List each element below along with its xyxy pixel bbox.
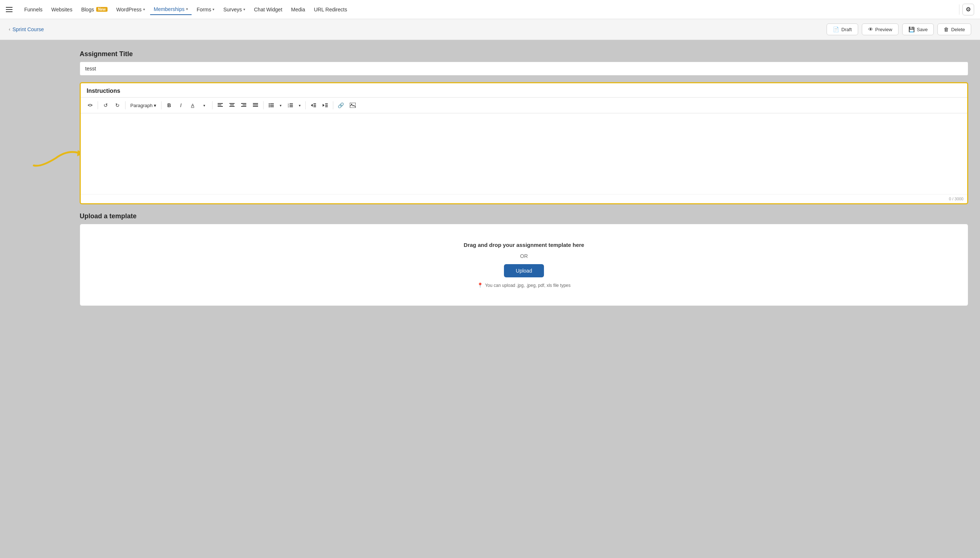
bold-button[interactable]: B (164, 100, 175, 111)
svg-rect-1 (218, 103, 223, 104)
left-sidebar (0, 40, 68, 558)
page-wrapper: Assignment Title Instructions <> ↺ (0, 40, 980, 558)
upload-button[interactable]: Upload (504, 264, 544, 277)
top-navigation: Funnels Websites Blogs New WordPress ▾ M… (0, 0, 980, 19)
nav-item-websites[interactable]: Websites (48, 4, 76, 15)
instructions-label: Instructions (81, 83, 967, 97)
nav-item-url-redirects[interactable]: URL Redirects (310, 4, 351, 15)
surveys-chevron: ▾ (243, 7, 245, 11)
svg-rect-10 (253, 103, 258, 104)
svg-rect-16 (270, 105, 274, 106)
back-arrow-icon: ‹ (9, 27, 10, 32)
toolbar-sep-3 (161, 101, 161, 109)
preview-icon: 👁 (868, 26, 873, 32)
svg-rect-22 (289, 105, 293, 106)
editor-toolbar: <> ↺ ↻ Paragraph ▾ B I (81, 97, 967, 113)
underline-button[interactable]: A (187, 100, 198, 111)
align-right-button[interactable] (238, 100, 249, 111)
delete-button[interactable]: 🗑 Delete (937, 23, 971, 35)
outdent-button[interactable] (308, 100, 319, 111)
upload-hint: 📍 You can upload .jpg, .jpeg, pdf, xls f… (477, 282, 571, 288)
nav-item-memberships[interactable]: Memberships ▾ (150, 4, 192, 15)
draft-button[interactable]: 📄 Draft (827, 23, 858, 35)
svg-point-15 (269, 105, 270, 106)
instructions-container: Instructions <> ↺ ↻ Paragraph ▾ (80, 82, 968, 204)
nav-divider (959, 4, 959, 15)
assignment-title-input[interactable] (80, 62, 968, 75)
svg-rect-5 (230, 105, 234, 105)
link-button[interactable]: 🔗 (335, 100, 347, 111)
delete-icon: 🗑 (944, 26, 949, 32)
italic-button[interactable]: I (176, 100, 186, 111)
text-color-dropdown[interactable]: ▾ (199, 100, 210, 111)
nav-item-surveys[interactable]: Surveys ▾ (219, 4, 249, 15)
toolbar-sep-4 (212, 101, 212, 109)
svg-marker-29 (322, 104, 324, 107)
align-center-button[interactable] (227, 100, 237, 111)
ordered-list-dropdown[interactable]: ▾ (297, 100, 303, 111)
wordpress-chevron: ▾ (143, 7, 145, 11)
nav-item-chat-widget[interactable]: Chat Widget (250, 4, 286, 15)
nav-item-forms[interactable]: Forms ▾ (193, 4, 219, 15)
indent-button[interactable] (320, 100, 331, 111)
paragraph-dropdown[interactable]: Paragraph ▾ (128, 101, 159, 110)
svg-point-17 (269, 107, 270, 107)
svg-rect-30 (325, 103, 328, 104)
svg-rect-11 (253, 105, 258, 105)
ordered-list-button[interactable]: 1.2.3. (285, 100, 296, 111)
svg-point-13 (269, 103, 270, 105)
char-counter: 0 / 3000 (81, 194, 967, 203)
toolbar-sep-6 (305, 101, 306, 109)
svg-rect-9 (241, 106, 246, 107)
svg-rect-28 (314, 107, 316, 107)
content-area: Assignment Title Instructions <> ↺ (68, 40, 980, 558)
save-button[interactable]: 💾 Save (902, 23, 934, 35)
settings-gear-icon[interactable]: ⚙ (962, 4, 974, 15)
breadcrumb-label: Sprint Course (13, 26, 44, 32)
upload-dropzone[interactable]: Drag and drop your assignment template h… (80, 224, 968, 306)
svg-rect-20 (289, 103, 293, 104)
nav-item-funnels[interactable]: Funnels (21, 4, 46, 15)
svg-rect-8 (243, 105, 246, 105)
upload-drag-text: Drag and drop your assignment template h… (464, 242, 584, 248)
unordered-list-dropdown[interactable]: ▾ (278, 100, 284, 111)
code-view-button[interactable]: <> (84, 100, 95, 111)
svg-rect-3 (218, 106, 223, 107)
instructions-box: Instructions <> ↺ ↻ Paragraph ▾ (80, 82, 968, 204)
toolbar-sep-7 (333, 101, 333, 109)
assignment-title-label: Assignment Title (80, 50, 968, 58)
svg-text:3.: 3. (288, 106, 289, 107)
upload-hint-icon: 📍 (477, 282, 483, 288)
svg-rect-27 (314, 105, 316, 106)
svg-rect-26 (314, 103, 316, 104)
nav-item-wordpress[interactable]: WordPress ▾ (113, 4, 149, 15)
upload-or-label: OR (520, 253, 528, 259)
svg-rect-2 (218, 105, 221, 105)
hamburger-menu[interactable] (6, 4, 16, 15)
save-icon: 💾 (908, 26, 915, 32)
upload-section-label: Upload a template (80, 212, 968, 220)
nav-item-blogs[interactable]: Blogs New (77, 4, 111, 15)
undo-button[interactable]: ↺ (100, 100, 111, 111)
toolbar-sep-5 (263, 101, 263, 109)
preview-button[interactable]: 👁 Preview (862, 23, 898, 35)
svg-rect-24 (289, 107, 293, 107)
image-button[interactable] (347, 100, 358, 111)
nav-item-media[interactable]: Media (288, 4, 309, 15)
align-justify-button[interactable] (250, 100, 261, 111)
toolbar-sep-1 (98, 101, 98, 109)
svg-rect-14 (270, 103, 274, 104)
svg-rect-12 (253, 106, 258, 107)
forms-chevron: ▾ (212, 7, 214, 11)
action-buttons: 📄 Draft 👁 Preview 💾 Save 🗑 Delete (827, 23, 971, 35)
align-left-button[interactable] (215, 100, 226, 111)
redo-button[interactable]: ↻ (112, 100, 123, 111)
svg-rect-6 (229, 106, 235, 107)
draft-icon: 📄 (833, 26, 839, 32)
unordered-list-button[interactable] (266, 100, 277, 111)
instructions-editor[interactable] (81, 113, 967, 194)
svg-rect-4 (229, 103, 235, 104)
svg-rect-18 (270, 107, 274, 107)
breadcrumb[interactable]: ‹ Sprint Course (9, 26, 44, 32)
memberships-chevron: ▾ (186, 7, 188, 11)
